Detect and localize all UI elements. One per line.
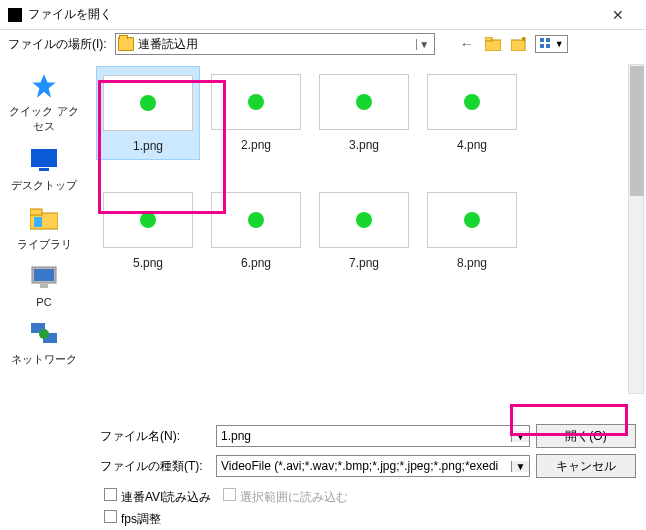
filetype-combo[interactable]: VideoFile (*.avi;*.wav;*.bmp;*.jpg;*.jpe… — [216, 455, 530, 477]
chevron-down-icon[interactable]: ▼ — [511, 431, 529, 442]
svg-rect-16 — [40, 284, 48, 288]
svg-point-19 — [39, 329, 49, 339]
svg-rect-0 — [485, 40, 501, 51]
file-thumbnail — [319, 192, 409, 248]
sidebar-item-label: ライブラリ — [17, 237, 72, 252]
svg-rect-9 — [31, 149, 57, 167]
close-button[interactable]: ✕ — [598, 1, 638, 29]
new-folder-button[interactable]: * — [509, 34, 529, 54]
network-icon — [28, 318, 60, 350]
desktop-icon — [28, 144, 60, 176]
window-title: ファイルを開く — [28, 6, 598, 23]
app-icon — [8, 8, 22, 22]
file-item[interactable]: 1.png — [96, 66, 200, 160]
file-name: 1.png — [133, 139, 163, 153]
thumbnail-dot-icon — [356, 212, 372, 228]
checkbox-selection-range: 選択範囲に読み込む — [223, 488, 348, 506]
scrollbar-thumb[interactable] — [630, 66, 644, 196]
checkbox-label: 選択範囲に読み込む — [240, 490, 348, 504]
location-combo[interactable]: 連番読込用 ▼ — [115, 33, 435, 55]
svg-rect-4 — [540, 38, 544, 42]
file-name: 5.png — [133, 256, 163, 270]
thumbnail-dot-icon — [248, 212, 264, 228]
filename-value: 1.png — [217, 429, 511, 443]
sidebar-item-pc[interactable]: PC — [4, 262, 84, 308]
chevron-down-icon[interactable]: ▼ — [511, 461, 529, 472]
view-menu-button[interactable]: ▼ — [535, 35, 568, 53]
sidebar-item-label: クイック アクセス — [4, 104, 84, 134]
file-thumbnail — [103, 75, 193, 131]
places-sidebar: クイック アクセス デスクトップ ライブラリ PC ネットワーク — [0, 58, 88, 418]
filetype-value: VideoFile (*.avi;*.wav;*.bmp;*.jpg;*.jpe… — [217, 459, 511, 473]
svg-text:*: * — [522, 37, 526, 45]
folder-icon — [118, 37, 134, 51]
filetype-label: ファイルの種類(T): — [100, 458, 210, 475]
thumbnail-dot-icon — [140, 212, 156, 228]
thumbnail-dot-icon — [464, 94, 480, 110]
svg-rect-10 — [39, 168, 49, 171]
open-button[interactable]: 開く(O) — [536, 424, 636, 448]
file-grid: 1.png2.png3.png4.png5.png6.png7.png8.png — [96, 66, 642, 276]
file-item[interactable]: 3.png — [312, 66, 416, 160]
sidebar-item-quickaccess[interactable]: クイック アクセス — [4, 70, 84, 134]
star-icon — [28, 70, 60, 102]
bottom-panel: ファイル名(N): 1.png ▼ 開く(O) ファイルの種類(T): Vide… — [0, 418, 646, 530]
sidebar-item-network[interactable]: ネットワーク — [4, 318, 84, 367]
thumbnail-dot-icon — [356, 94, 372, 110]
back-button[interactable]: ← — [457, 34, 477, 54]
sidebar-item-label: ネットワーク — [11, 352, 77, 367]
main-area: クイック アクセス デスクトップ ライブラリ PC ネットワーク 1.png2.… — [0, 58, 646, 418]
file-item[interactable]: 2.png — [204, 66, 308, 160]
libraries-icon — [28, 203, 60, 235]
up-folder-button[interactable] — [483, 34, 503, 54]
file-item[interactable]: 7.png — [312, 184, 416, 276]
file-name: 8.png — [457, 256, 487, 270]
checkbox-label: fps調整 — [121, 512, 161, 526]
titlebar: ファイルを開く ✕ — [0, 0, 646, 30]
file-item[interactable]: 5.png — [96, 184, 200, 276]
file-item[interactable]: 8.png — [420, 184, 524, 276]
toolbar: ← * ▼ — [457, 34, 568, 54]
file-name: 2.png — [241, 138, 271, 152]
scrollbar[interactable] — [628, 64, 644, 394]
file-thumbnail — [319, 74, 409, 130]
svg-rect-15 — [34, 269, 54, 281]
thumbnail-dot-icon — [248, 94, 264, 110]
file-thumbnail — [211, 74, 301, 130]
svg-rect-6 — [546, 38, 550, 42]
file-thumbnail — [103, 192, 193, 248]
cancel-button[interactable]: キャンセル — [536, 454, 636, 478]
file-name: 3.png — [349, 138, 379, 152]
grid-icon — [539, 37, 553, 51]
filename-input[interactable]: 1.png ▼ — [216, 425, 530, 447]
location-value: 連番読込用 — [138, 36, 416, 53]
svg-rect-5 — [540, 44, 544, 48]
file-name: 7.png — [349, 256, 379, 270]
svg-rect-13 — [34, 217, 42, 227]
svg-rect-12 — [30, 209, 42, 215]
sidebar-item-libraries[interactable]: ライブラリ — [4, 203, 84, 252]
filename-label: ファイル名(N): — [100, 428, 210, 445]
file-thumbnail — [427, 74, 517, 130]
chevron-down-icon: ▼ — [555, 39, 564, 49]
file-thumbnail — [427, 192, 517, 248]
sidebar-item-label: PC — [36, 296, 51, 308]
checkbox-fps-adjust[interactable]: fps調整 — [104, 510, 161, 528]
thumbnail-dot-icon — [140, 95, 156, 111]
file-name: 6.png — [241, 256, 271, 270]
location-label: ファイルの場所(I): — [8, 36, 107, 53]
pc-icon — [28, 262, 60, 294]
location-bar: ファイルの場所(I): 連番読込用 ▼ ← * ▼ — [0, 30, 646, 58]
sidebar-item-desktop[interactable]: デスクトップ — [4, 144, 84, 193]
file-item[interactable]: 6.png — [204, 184, 308, 276]
chevron-down-icon[interactable]: ▼ — [416, 39, 432, 50]
file-pane: 1.png2.png3.png4.png5.png6.png7.png8.png — [88, 58, 646, 418]
options-area: 連番AVI読み込み 選択範囲に読み込む fps調整 60fps読み込み fps変… — [100, 488, 636, 530]
file-thumbnail — [211, 192, 301, 248]
file-item[interactable]: 4.png — [420, 66, 524, 160]
checkbox-renban-avi[interactable]: 連番AVI読み込み — [104, 488, 211, 506]
svg-marker-8 — [32, 74, 55, 97]
checkbox-label: 連番AVI読み込み — [121, 490, 211, 504]
thumbnail-dot-icon — [464, 212, 480, 228]
sidebar-item-label: デスクトップ — [11, 178, 77, 193]
